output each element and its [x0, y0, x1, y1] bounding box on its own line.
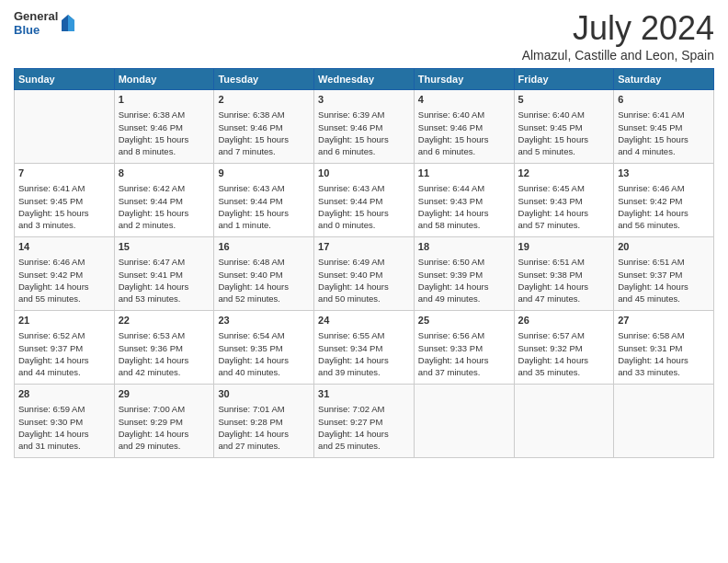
- day-info: Sunrise: 6:54 AM Sunset: 9:35 PM Dayligh…: [218, 329, 310, 378]
- day-number: 2: [218, 93, 310, 107]
- day-info: Sunrise: 6:53 AM Sunset: 9:36 PM Dayligh…: [119, 329, 210, 378]
- day-cell: 26Sunrise: 6:57 AM Sunset: 9:32 PM Dayli…: [514, 311, 614, 385]
- logo-general: General: [14, 9, 58, 23]
- day-number: 11: [418, 167, 510, 180]
- day-cell: 11Sunrise: 6:44 AM Sunset: 9:43 PM Dayli…: [414, 164, 514, 237]
- day-info: Sunrise: 6:55 AM Sunset: 9:34 PM Dayligh…: [318, 329, 410, 378]
- day-number: 8: [119, 167, 210, 180]
- week-row-3: 14Sunrise: 6:46 AM Sunset: 9:42 PM Dayli…: [15, 237, 714, 311]
- day-cell: [514, 385, 614, 458]
- day-number: 19: [518, 240, 610, 254]
- day-info: Sunrise: 6:38 AM Sunset: 9:46 PM Dayligh…: [119, 109, 210, 157]
- header: General Blue July 2024 Almazul, Castille…: [14, 9, 714, 63]
- day-info: Sunrise: 6:51 AM Sunset: 9:37 PM Dayligh…: [618, 256, 710, 304]
- day-cell: 5Sunrise: 6:40 AM Sunset: 9:45 PM Daylig…: [514, 90, 614, 164]
- page: General Blue July 2024 Almazul, Castille…: [0, 0, 728, 563]
- day-info: Sunrise: 6:43 AM Sunset: 9:44 PM Dayligh…: [218, 182, 310, 231]
- day-number: 1: [119, 93, 210, 107]
- day-info: Sunrise: 6:57 AM Sunset: 9:32 PM Dayligh…: [518, 329, 610, 378]
- day-header-tuesday: Tuesday: [214, 69, 314, 90]
- day-number: 10: [318, 167, 410, 180]
- day-cell: [15, 90, 115, 164]
- day-info: Sunrise: 6:46 AM Sunset: 9:42 PM Dayligh…: [18, 256, 110, 304]
- day-number: 6: [618, 93, 710, 107]
- day-number: 31: [318, 387, 410, 401]
- day-cell: 1Sunrise: 6:38 AM Sunset: 9:46 PM Daylig…: [114, 90, 214, 164]
- day-header-monday: Monday: [114, 69, 214, 90]
- day-info: Sunrise: 6:50 AM Sunset: 9:39 PM Dayligh…: [418, 256, 510, 304]
- week-row-1: 1Sunrise: 6:38 AM Sunset: 9:46 PM Daylig…: [15, 90, 714, 164]
- day-number: 25: [418, 314, 510, 327]
- logo-blue: Blue: [14, 23, 58, 37]
- subtitle: Almazul, Castille and Leon, Spain: [522, 48, 714, 63]
- day-cell: [614, 385, 714, 458]
- day-number: 26: [518, 314, 610, 327]
- day-cell: 7Sunrise: 6:41 AM Sunset: 9:45 PM Daylig…: [15, 164, 115, 237]
- day-cell: 15Sunrise: 6:47 AM Sunset: 9:41 PM Dayli…: [114, 237, 214, 311]
- day-info: Sunrise: 6:45 AM Sunset: 9:43 PM Dayligh…: [518, 182, 610, 231]
- day-cell: 28Sunrise: 6:59 AM Sunset: 9:30 PM Dayli…: [15, 385, 115, 458]
- day-cell: 21Sunrise: 6:52 AM Sunset: 9:37 PM Dayli…: [15, 311, 115, 385]
- day-number: 3: [318, 93, 410, 107]
- day-cell: 6Sunrise: 6:41 AM Sunset: 9:45 PM Daylig…: [614, 90, 714, 164]
- day-number: 4: [418, 93, 510, 107]
- day-header-thursday: Thursday: [414, 69, 514, 90]
- day-number: 30: [218, 387, 310, 401]
- day-cell: 23Sunrise: 6:54 AM Sunset: 9:35 PM Dayli…: [214, 311, 314, 385]
- day-number: 21: [18, 314, 110, 327]
- day-number: 17: [318, 240, 410, 254]
- day-number: 22: [119, 314, 210, 327]
- day-header-wednesday: Wednesday: [314, 69, 415, 90]
- day-number: 29: [119, 387, 210, 401]
- day-cell: 10Sunrise: 6:43 AM Sunset: 9:44 PM Dayli…: [314, 164, 415, 237]
- day-number: 23: [218, 314, 310, 327]
- day-cell: 20Sunrise: 6:51 AM Sunset: 9:37 PM Dayli…: [614, 237, 714, 311]
- day-info: Sunrise: 6:41 AM Sunset: 9:45 PM Dayligh…: [18, 182, 110, 231]
- day-cell: 4Sunrise: 6:40 AM Sunset: 9:46 PM Daylig…: [414, 90, 514, 164]
- day-number: 20: [618, 240, 710, 254]
- week-row-4: 21Sunrise: 6:52 AM Sunset: 9:37 PM Dayli…: [15, 311, 714, 385]
- day-cell: 30Sunrise: 7:01 AM Sunset: 9:28 PM Dayli…: [214, 385, 314, 458]
- day-info: Sunrise: 6:46 AM Sunset: 9:42 PM Dayligh…: [618, 182, 710, 231]
- day-number: 15: [119, 240, 210, 254]
- day-cell: 9Sunrise: 6:43 AM Sunset: 9:44 PM Daylig…: [214, 164, 314, 237]
- day-header-friday: Friday: [514, 69, 614, 90]
- day-cell: 27Sunrise: 6:58 AM Sunset: 9:31 PM Dayli…: [614, 311, 714, 385]
- day-info: Sunrise: 6:43 AM Sunset: 9:44 PM Dayligh…: [318, 182, 410, 231]
- day-info: Sunrise: 6:58 AM Sunset: 9:31 PM Dayligh…: [618, 329, 710, 378]
- day-info: Sunrise: 6:51 AM Sunset: 9:38 PM Dayligh…: [518, 256, 610, 304]
- day-cell: 31Sunrise: 7:02 AM Sunset: 9:27 PM Dayli…: [314, 385, 415, 458]
- day-number: 18: [418, 240, 510, 254]
- day-info: Sunrise: 6:59 AM Sunset: 9:30 PM Dayligh…: [18, 403, 110, 452]
- day-cell: 25Sunrise: 6:56 AM Sunset: 9:33 PM Dayli…: [414, 311, 514, 385]
- day-info: Sunrise: 6:38 AM Sunset: 9:46 PM Dayligh…: [218, 109, 310, 157]
- day-number: 9: [218, 167, 310, 180]
- day-info: Sunrise: 6:47 AM Sunset: 9:41 PM Dayligh…: [119, 256, 210, 304]
- day-info: Sunrise: 6:56 AM Sunset: 9:33 PM Dayligh…: [418, 329, 510, 378]
- header-row: SundayMondayTuesdayWednesdayThursdayFrid…: [15, 69, 714, 90]
- day-cell: 13Sunrise: 6:46 AM Sunset: 9:42 PM Dayli…: [614, 164, 714, 237]
- day-cell: 3Sunrise: 6:39 AM Sunset: 9:46 PM Daylig…: [314, 90, 415, 164]
- day-cell: 12Sunrise: 6:45 AM Sunset: 9:43 PM Dayli…: [514, 164, 614, 237]
- day-cell: 8Sunrise: 6:42 AM Sunset: 9:44 PM Daylig…: [114, 164, 214, 237]
- day-cell: 16Sunrise: 6:48 AM Sunset: 9:40 PM Dayli…: [214, 237, 314, 311]
- calendar-table: SundayMondayTuesdayWednesdayThursdayFrid…: [14, 68, 714, 458]
- day-number: 24: [318, 314, 410, 327]
- day-info: Sunrise: 6:40 AM Sunset: 9:46 PM Dayligh…: [418, 109, 510, 157]
- day-info: Sunrise: 6:44 AM Sunset: 9:43 PM Dayligh…: [418, 182, 510, 231]
- day-info: Sunrise: 6:52 AM Sunset: 9:37 PM Dayligh…: [18, 329, 110, 378]
- month-title: July 2024: [522, 9, 714, 48]
- day-number: 14: [18, 240, 110, 254]
- day-cell: 18Sunrise: 6:50 AM Sunset: 9:39 PM Dayli…: [414, 237, 514, 311]
- day-cell: 24Sunrise: 6:55 AM Sunset: 9:34 PM Dayli…: [314, 311, 415, 385]
- day-number: 28: [18, 387, 110, 401]
- day-cell: 29Sunrise: 7:00 AM Sunset: 9:29 PM Dayli…: [114, 385, 214, 458]
- day-header-sunday: Sunday: [15, 69, 115, 90]
- day-cell: 19Sunrise: 6:51 AM Sunset: 9:38 PM Dayli…: [514, 237, 614, 311]
- week-row-2: 7Sunrise: 6:41 AM Sunset: 9:45 PM Daylig…: [15, 164, 714, 237]
- day-number: 27: [618, 314, 710, 327]
- day-info: Sunrise: 7:02 AM Sunset: 9:27 PM Dayligh…: [318, 403, 410, 452]
- title-block: July 2024 Almazul, Castille and Leon, Sp…: [522, 9, 714, 63]
- logo-icon: [60, 13, 76, 33]
- day-info: Sunrise: 6:48 AM Sunset: 9:40 PM Dayligh…: [218, 256, 310, 304]
